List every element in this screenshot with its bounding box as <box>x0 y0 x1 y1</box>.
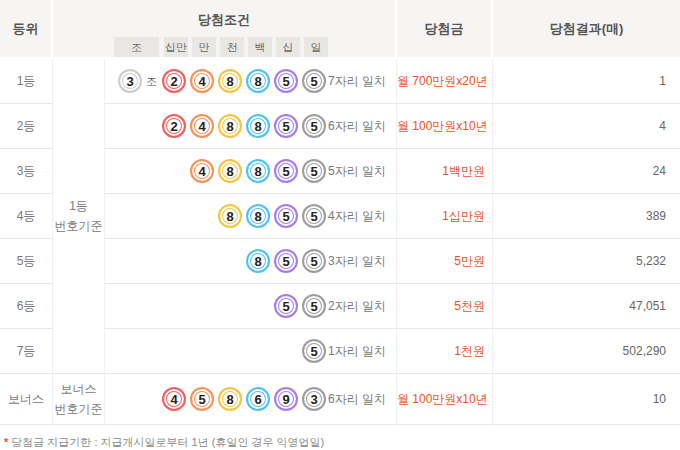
match-condition-label: 6자리 일치 <box>328 391 386 408</box>
digit-slot: 5 <box>302 159 330 183</box>
number-ball-row: 552자리 일치 <box>105 294 396 318</box>
number-ball-row: 2488556자리 일치 <box>105 114 396 138</box>
rank-cell: 5등 <box>0 239 53 284</box>
number-ball: 8 <box>218 387 242 411</box>
ball-number: 5 <box>282 209 289 224</box>
ball-number: 4 <box>198 119 205 134</box>
winner-count-cell: 389 <box>493 194 680 239</box>
ball-number: 5 <box>310 299 317 314</box>
footnote-asterisk-icon: * <box>4 436 8 448</box>
match-condition-label: 3자리 일치 <box>328 253 386 270</box>
numbers-cell: 4586936자리 일치 <box>105 374 397 425</box>
match-condition-label: 1자리 일치 <box>328 343 386 360</box>
winner-count-cell: 10 <box>493 374 680 425</box>
digit-slot: 8 <box>246 249 274 273</box>
digit-slot: 5 <box>274 114 302 138</box>
ball-number: 4 <box>198 164 205 179</box>
rank-cell: 3등 <box>0 149 53 194</box>
digit-slot: 4 <box>190 69 218 93</box>
number-ball: 2 <box>162 114 186 138</box>
match-condition-label: 4자리 일치 <box>328 208 386 225</box>
number-ball: 5 <box>302 114 326 138</box>
digit-slot: 5 <box>302 204 330 228</box>
winner-count-cell: 5,232 <box>493 239 680 284</box>
digit-slot: 3 <box>302 387 330 411</box>
header-condition: 당첨조건 조십만만천백십일 <box>53 0 397 59</box>
number-ball: 8 <box>218 114 242 138</box>
basis-line: 번호기준 <box>53 399 104 419</box>
digit-slot: 4 <box>190 114 218 138</box>
prize-cell: 1십만원 <box>397 194 493 239</box>
winner-count-cell: 1 <box>493 59 680 104</box>
ball-number: 4 <box>170 392 177 407</box>
ball-number: 9 <box>282 392 289 407</box>
ball-number: 8 <box>254 74 261 89</box>
digit-slot: 8 <box>218 387 246 411</box>
match-condition-label: 6자리 일치 <box>328 118 386 135</box>
digit-slot: 2 <box>162 69 190 93</box>
ball-number: 8 <box>226 392 233 407</box>
digit-slot: 6 <box>246 387 274 411</box>
lottery-results-table: 등위 당첨조건 조십만만천백십일 당첨금 당첨결과(매) 1등1등번호기준3조2… <box>0 0 680 425</box>
lottery-results-panel: 등위 당첨조건 조십만만천백십일 당첨금 당첨결과(매) 1등1등번호기준3조2… <box>0 0 680 450</box>
number-ball: 4 <box>190 114 214 138</box>
digit-slot: 5 <box>190 387 218 411</box>
winner-count-cell: 24 <box>493 149 680 194</box>
number-ball: 8 <box>246 204 270 228</box>
number-ball: 5 <box>302 69 326 93</box>
ball-number: 5 <box>310 209 317 224</box>
digit-slot: 5 <box>274 159 302 183</box>
header-result: 당첨결과(매) <box>493 0 680 59</box>
number-ball: 5 <box>302 204 326 228</box>
ball-number: 4 <box>198 74 205 89</box>
number-ball: 3 <box>302 387 326 411</box>
digit-slot: 5 <box>302 114 330 138</box>
ball-number: 5 <box>282 299 289 314</box>
number-ball: 8 <box>246 69 270 93</box>
match-condition-label: 2자리 일치 <box>328 298 386 315</box>
rank-cell: 7등 <box>0 329 53 374</box>
rank-cell: 4등 <box>0 194 53 239</box>
prize-cell: 5만원 <box>397 239 493 284</box>
ball-number: 8 <box>226 209 233 224</box>
digit-slot: 5 <box>274 294 302 318</box>
ball-number: 5 <box>282 164 289 179</box>
footnote-text: 당첨금 지급기한 : 지급개시일로부터 1년 (휴일인 경우 익영업일) <box>11 436 324 448</box>
basis-cell-bonus: 보너스번호기준 <box>53 374 105 425</box>
number-ball: 5 <box>274 114 298 138</box>
basis-line: 보너스 <box>53 379 104 399</box>
number-ball: 5 <box>302 249 326 273</box>
ball-number: 5 <box>198 392 205 407</box>
ball-number: 2 <box>170 119 177 134</box>
number-ball: 5 <box>190 387 214 411</box>
digit-slot: 8 <box>218 114 246 138</box>
prize-cell: 월 700만원x20년 <box>397 59 493 104</box>
header-rank: 등위 <box>0 0 53 59</box>
match-condition-label: 5자리 일치 <box>328 163 386 180</box>
digit-label: 백 <box>248 37 272 57</box>
winner-count-cell: 47,051 <box>493 284 680 329</box>
digit-slot: 4 <box>190 159 218 183</box>
ball-number: 5 <box>282 254 289 269</box>
digit-slot: 4 <box>162 387 190 411</box>
number-ball: 8 <box>246 114 270 138</box>
ball-number: 8 <box>254 254 261 269</box>
group-suffix-label: 조 <box>146 74 157 89</box>
basis-line: 1등 <box>53 196 104 216</box>
rank-cell: 6등 <box>0 284 53 329</box>
digit-label: 십 <box>276 37 300 57</box>
results-tbody: 1등1등번호기준3조2488557자리 일치월 700만원x20년12등2488… <box>0 59 680 425</box>
numbers-cell: 51자리 일치 <box>105 329 397 374</box>
number-ball: 2 <box>162 69 186 93</box>
ball-number: 5 <box>310 254 317 269</box>
number-ball: 5 <box>274 294 298 318</box>
numbers-cell: 552자리 일치 <box>105 284 397 329</box>
winner-count-cell: 4 <box>493 104 680 149</box>
number-ball: 5 <box>274 159 298 183</box>
number-ball: 8 <box>246 249 270 273</box>
digit-slot: 5 <box>274 204 302 228</box>
ball-number: 5 <box>310 164 317 179</box>
number-ball: 8 <box>218 159 242 183</box>
winner-count-cell: 502,290 <box>493 329 680 374</box>
digit-slot: 8 <box>246 114 274 138</box>
